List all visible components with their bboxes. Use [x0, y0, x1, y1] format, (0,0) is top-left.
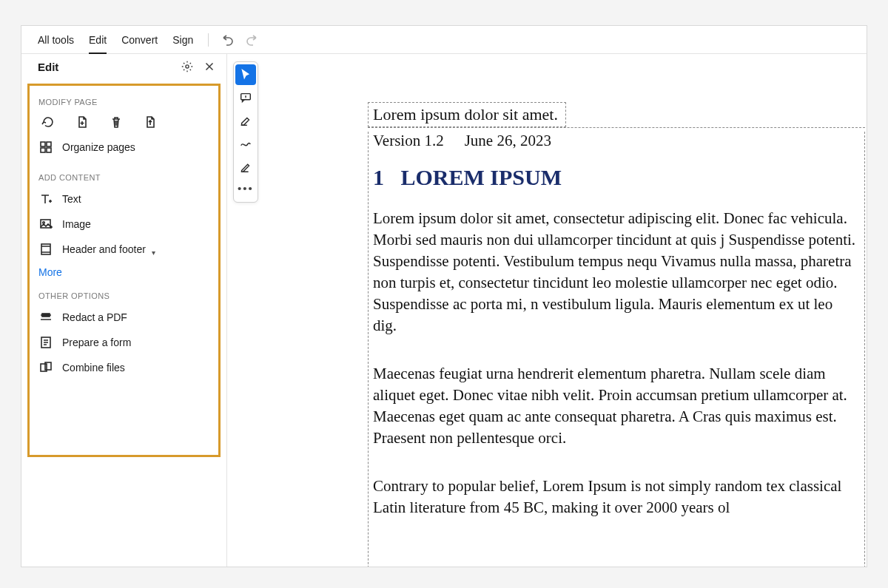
comment-tool[interactable] [235, 87, 256, 108]
select-tool[interactable] [235, 64, 256, 85]
redact-icon [38, 310, 53, 325]
toolbar-convert[interactable]: Convert [114, 26, 165, 53]
toolbar-edit[interactable]: Edit [81, 26, 114, 53]
doc-heading: LOREM IPSUM [401, 165, 562, 189]
svg-rect-2 [47, 142, 51, 146]
doc-p3[interactable]: Contrary to popular belief, Lorem Ipsum … [373, 476, 860, 518]
combine-label: Combine files [62, 362, 125, 374]
text-icon [38, 192, 53, 206]
close-icon[interactable] [203, 60, 216, 73]
svg-rect-8 [42, 314, 50, 317]
gear-icon[interactable] [181, 60, 194, 73]
section-add-label: ADD CONTENT [38, 173, 209, 182]
form-icon [38, 335, 53, 350]
doc-p2[interactable]: Maecenas feugiat urna hendrerit elementu… [373, 363, 860, 449]
doc-header[interactable]: Lorem ipsum dolor sit amet. [368, 102, 566, 127]
header-footer-icon [38, 242, 53, 257]
image-icon [38, 217, 53, 232]
prepare-form[interactable]: Prepare a form [38, 330, 209, 355]
combine-icon [38, 360, 53, 375]
more-link[interactable]: More [38, 262, 209, 283]
document-area: ••• Lorem ipsum dolor sit amet. Version … [227, 54, 867, 567]
add-image[interactable]: Image [38, 212, 209, 237]
add-image-label: Image [62, 218, 91, 230]
add-header-footer-label: Header and footer [62, 243, 146, 255]
svg-point-0 [186, 65, 189, 68]
edit-sidebar: Edit MODIFY PAGE [21, 54, 227, 567]
chevron-down-icon: ▾ [152, 249, 155, 257]
top-toolbar: All tools Edit Convert Sign [21, 26, 867, 54]
undo-icon[interactable] [221, 33, 235, 47]
organize-label: Organize pages [62, 141, 135, 153]
extract-page-icon[interactable] [142, 114, 158, 130]
document-page[interactable]: Lorem ipsum dolor sit amet. Version 1.2J… [368, 102, 867, 567]
add-text[interactable]: Text [38, 186, 209, 212]
toolbar-all-tools[interactable]: All tools [30, 26, 81, 53]
add-text-label: Text [62, 193, 81, 205]
svg-rect-1 [41, 142, 45, 146]
svg-rect-7 [41, 244, 50, 254]
rotate-icon[interactable] [40, 114, 56, 130]
redact-pdf[interactable]: Redact a PDF [38, 305, 209, 330]
sign-tool[interactable] [235, 156, 256, 177]
organize-pages[interactable]: Organize pages [38, 135, 209, 160]
form-label: Prepare a form [62, 337, 131, 348]
section-other-label: OTHER OPTIONS [38, 291, 209, 300]
insert-page-icon[interactable] [74, 114, 90, 130]
redact-label: Redact a PDF [62, 311, 127, 323]
doc-heading-num: 1 [373, 165, 384, 189]
svg-rect-3 [41, 148, 45, 152]
doc-header-line [368, 127, 865, 128]
toolbar-sign[interactable]: Sign [165, 26, 201, 53]
delete-icon[interactable] [108, 114, 124, 130]
doc-version: Version 1.2 [373, 132, 444, 149]
more-tools[interactable]: ••• [235, 179, 256, 200]
tools-strip: ••• [233, 61, 258, 203]
section-modify-label: MODIFY PAGE [38, 98, 209, 107]
doc-date: June 26, 2023 [465, 132, 551, 149]
redo-icon[interactable] [244, 33, 259, 47]
sidebar-highlight: MODIFY PAGE Organize pages ADD CONTENT [27, 84, 221, 457]
highlight-tool[interactable] [235, 110, 256, 131]
panel-title: Edit [38, 61, 58, 73]
organize-icon [38, 140, 53, 155]
combine-files[interactable]: Combine files [38, 355, 209, 380]
toolbar-divider [208, 33, 209, 47]
add-header-footer[interactable]: Header and footer ▾ [38, 237, 209, 262]
doc-p1[interactable]: Lorem ipsum dolor sit amet, consectetur … [373, 208, 860, 337]
draw-tool[interactable] [235, 133, 256, 154]
svg-rect-4 [47, 148, 51, 152]
